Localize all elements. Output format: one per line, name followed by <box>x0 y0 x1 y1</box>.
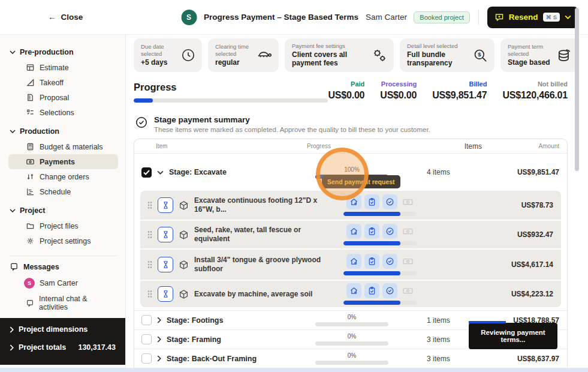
sidebar-item-project-settings[interactable]: Project settings <box>8 233 118 248</box>
hourglass-icon <box>158 227 173 242</box>
stage-progress: 0% <box>307 352 397 365</box>
house-check-icon[interactable] <box>346 283 361 298</box>
resend-button[interactable]: Resend ⌘ S <box>487 7 578 28</box>
gear-icon <box>25 236 35 245</box>
chevron-right-icon <box>10 326 14 333</box>
stage-summary-subtitle: These items were marked as completed. Ap… <box>154 126 430 133</box>
sidebar-item-sam-carter[interactable]: S Sam Carter <box>8 275 118 292</box>
avatar: S <box>181 10 197 25</box>
payment-term-card[interactable]: Payment term selected Stage based <box>500 38 578 72</box>
clipboard-check-icon[interactable] <box>364 254 379 269</box>
house-check-icon[interactable] <box>346 194 361 209</box>
banknote-disabled-icon <box>402 286 414 295</box>
sidebar-item-budget-materials[interactable]: Budget & materials <box>8 139 118 154</box>
page-title: Progress Payment – Stage Based Terms <box>204 13 358 22</box>
loading-bar <box>469 321 506 323</box>
stage-checkbox[interactable] <box>141 315 152 325</box>
drag-handle-icon[interactable] <box>147 201 152 209</box>
section-messages[interactable]: Messages <box>10 262 118 271</box>
circle-check-icon[interactable] <box>382 224 397 239</box>
billed-value: US$9,851.47 <box>432 90 487 101</box>
banknote-disabled-icon <box>402 197 414 206</box>
due-date-card[interactable]: Due date selected +5 days <box>134 38 202 72</box>
line-item-progress <box>335 283 425 305</box>
sidebar-item-schedule[interactable]: Schedule <box>8 184 118 199</box>
stage-checkbox[interactable] <box>141 334 152 344</box>
clearing-time-card[interactable]: Clearing time selected regular <box>208 38 279 72</box>
banknote-disabled-icon <box>402 227 414 236</box>
page-title-group: S Progress Payment – Stage Based Terms S… <box>181 10 407 25</box>
folder-icon <box>25 221 35 230</box>
house-check-icon[interactable] <box>346 224 361 239</box>
list-check-icon <box>25 108 35 117</box>
circle-check-icon[interactable] <box>382 254 397 269</box>
project-dimensions-toggle[interactable]: Project dimensions <box>10 325 116 334</box>
progress-title: Progress <box>134 82 328 93</box>
ruler-icon <box>25 78 35 87</box>
chevron-right-icon[interactable] <box>157 317 161 323</box>
resend-label: Resend <box>509 13 538 22</box>
app-window: ← Close S Progress Payment – Stage Based… <box>0 0 588 372</box>
chevron-right-icon <box>10 344 14 351</box>
top-bar: ← Close S Progress Payment – Stage Based… <box>0 0 588 35</box>
project-totals-toggle[interactable]: Project totals 130,317.43 <box>10 343 116 352</box>
house-check-icon[interactable] <box>346 254 361 269</box>
line-item-row: Excavate by machine, average soil US$4,2… <box>140 280 561 307</box>
chevron-down-icon[interactable] <box>157 170 164 175</box>
sidebar-item-project-files[interactable]: Project files <box>8 218 118 233</box>
payment-fee-card[interactable]: Payment fee settings Client covers all p… <box>285 38 394 72</box>
detail-level-card[interactable]: Detail level selected Full bundle transp… <box>400 38 494 72</box>
chevron-right-icon[interactable] <box>157 355 161 362</box>
table-row: Stage: Back-Out Framing 0% 3 items US$8,… <box>134 349 567 368</box>
check-icon <box>143 170 150 175</box>
chat-icon <box>10 262 19 271</box>
clipboard-check-icon[interactable] <box>364 283 379 298</box>
payment-stats: Paid US$0.00 Processing US$0.00 Billed U… <box>328 80 568 101</box>
stage-summary-title: Stage payment summary <box>154 115 430 124</box>
stage-summary-header: Stage payment summary These items were m… <box>135 115 568 133</box>
svg-text:$: $ <box>478 51 481 58</box>
swap-arrows-icon <box>25 172 35 181</box>
drag-handle-icon[interactable] <box>147 290 152 298</box>
clipboard-check-icon[interactable] <box>364 194 379 209</box>
line-item-progress <box>335 194 425 216</box>
section-project[interactable]: Project <box>10 206 118 215</box>
billed-label: Billed <box>432 80 487 88</box>
scrollbar-thumb[interactable] <box>575 8 579 171</box>
line-items-block: Excavate continuous footing 12"D x 16"W,… <box>140 191 561 307</box>
circle-check-icon[interactable] <box>382 194 397 209</box>
dollar-magnifier-icon: $ <box>472 47 489 64</box>
seal-check-icon <box>135 116 148 133</box>
sidebar-footer: Project dimensions Project totals 130,31… <box>0 318 125 365</box>
turtle-icon <box>256 47 273 63</box>
drag-handle-icon[interactable] <box>147 260 152 269</box>
drag-handle-icon[interactable] <box>147 230 152 239</box>
sidebar-item-payments[interactable]: Payments <box>8 154 118 169</box>
sidebar-item-internal-chat[interactable]: Internal chat & activities <box>8 292 118 314</box>
sidebar-item-change-orders[interactable]: Change orders <box>8 169 118 184</box>
close-label: Close <box>61 13 83 22</box>
sidebar-item-takeoff[interactable]: Takeoff <box>8 75 118 90</box>
sidebar-item-proposal[interactable]: Proposal <box>8 90 118 105</box>
circle-check-icon[interactable] <box>382 283 397 298</box>
cube-icon <box>179 200 189 211</box>
line-item-row: Excavate continuous footing 12"D x 16"W,… <box>140 191 561 220</box>
sidebar-item-selections[interactable]: Selections <box>8 105 118 120</box>
cube-icon <box>179 289 189 299</box>
stage-checkbox[interactable] <box>141 353 152 364</box>
close-button[interactable]: ← Close <box>0 13 83 22</box>
customer-name: Sam Carter <box>366 13 407 22</box>
calculator-icon <box>25 142 35 151</box>
section-production[interactable]: Production <box>10 127 118 136</box>
clipboard-check-icon[interactable] <box>364 224 379 239</box>
line-item-row: Seed, rake, water, tall fescue or equiva… <box>140 220 561 248</box>
stage-checkbox[interactable] <box>141 167 152 178</box>
stage-progress: 0% <box>307 314 397 326</box>
hourglass-icon <box>158 286 173 302</box>
chevron-down-icon[interactable] <box>565 15 571 19</box>
sidebar-item-estimate[interactable]: Estimate <box>8 60 118 75</box>
not-billed-value: US$120,466.01 <box>502 90 568 101</box>
chevron-right-icon[interactable] <box>157 336 161 343</box>
section-pre-production[interactable]: Pre-production <box>10 48 118 56</box>
overall-progress-bar <box>134 98 328 103</box>
